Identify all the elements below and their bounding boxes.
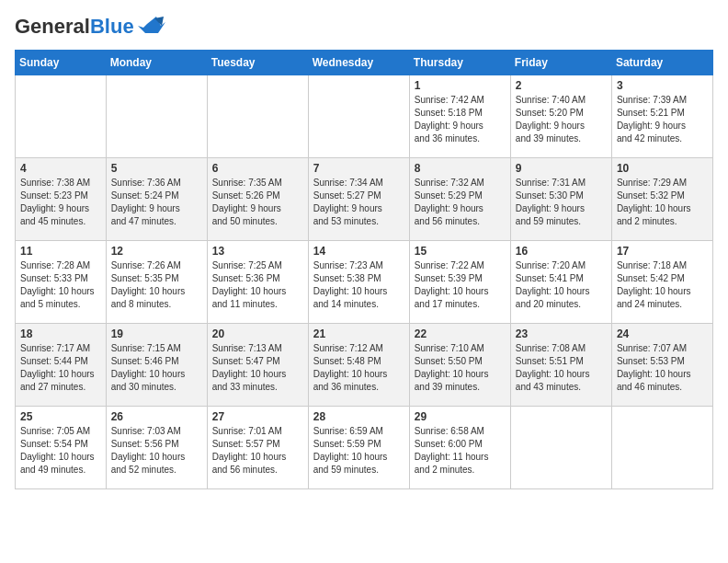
calendar-week-row: 4Sunrise: 7:38 AM Sunset: 5:23 PM Daylig… <box>16 158 713 241</box>
calendar-cell: 15Sunrise: 7:22 AM Sunset: 5:39 PM Dayli… <box>409 241 510 324</box>
calendar-cell: 20Sunrise: 7:13 AM Sunset: 5:47 PM Dayli… <box>207 324 308 407</box>
day-number: 8 <box>415 162 506 175</box>
day-info: Sunrise: 7:34 AM Sunset: 5:27 PM Dayligh… <box>313 177 404 228</box>
day-number: 23 <box>516 327 607 340</box>
calendar-cell: 26Sunrise: 7:03 AM Sunset: 5:56 PM Dayli… <box>106 407 207 489</box>
day-number: 1 <box>415 79 506 92</box>
calendar-cell: 6Sunrise: 7:35 AM Sunset: 5:26 PM Daylig… <box>207 158 308 241</box>
day-info: Sunrise: 7:05 AM Sunset: 5:54 PM Dayligh… <box>20 425 101 477</box>
col-header-wednesday: Wednesday <box>308 51 409 75</box>
day-number: 24 <box>617 327 708 340</box>
calendar-header-row: SundayMondayTuesdayWednesdayThursdayFrid… <box>16 51 713 75</box>
calendar-cell: 7Sunrise: 7:34 AM Sunset: 5:27 PM Daylig… <box>308 158 409 241</box>
calendar-cell: 28Sunrise: 6:59 AM Sunset: 5:59 PM Dayli… <box>308 407 409 489</box>
day-info: Sunrise: 7:25 AM Sunset: 5:36 PM Dayligh… <box>212 259 303 311</box>
calendar-cell: 22Sunrise: 7:10 AM Sunset: 5:50 PM Dayli… <box>409 324 510 407</box>
day-info: Sunrise: 7:12 AM Sunset: 5:48 PM Dayligh… <box>313 342 404 394</box>
calendar-cell: 29Sunrise: 6:58 AM Sunset: 6:00 PM Dayli… <box>409 407 510 489</box>
calendar-week-row: 25Sunrise: 7:05 AM Sunset: 5:54 PM Dayli… <box>16 407 713 489</box>
day-number: 18 <box>20 327 101 340</box>
page-header: GeneralBlue <box>15 15 713 39</box>
col-header-friday: Friday <box>510 51 611 75</box>
day-number: 22 <box>415 327 506 340</box>
calendar-cell: 23Sunrise: 7:08 AM Sunset: 5:51 PM Dayli… <box>510 324 611 407</box>
calendar-cell: 12Sunrise: 7:26 AM Sunset: 5:35 PM Dayli… <box>106 241 207 324</box>
day-info: Sunrise: 7:07 AM Sunset: 5:53 PM Dayligh… <box>617 342 708 394</box>
day-info: Sunrise: 7:31 AM Sunset: 5:30 PM Dayligh… <box>516 177 607 228</box>
day-number: 16 <box>516 245 607 258</box>
day-info: Sunrise: 7:23 AM Sunset: 5:38 PM Dayligh… <box>313 259 404 311</box>
calendar-cell <box>510 407 611 489</box>
day-info: Sunrise: 7:29 AM Sunset: 5:32 PM Dayligh… <box>617 177 708 228</box>
day-info: Sunrise: 7:40 AM Sunset: 5:20 PM Dayligh… <box>516 94 607 145</box>
day-info: Sunrise: 7:38 AM Sunset: 5:23 PM Dayligh… <box>20 177 101 228</box>
calendar-table: SundayMondayTuesdayWednesdayThursdayFrid… <box>15 50 713 489</box>
calendar-cell: 18Sunrise: 7:17 AM Sunset: 5:44 PM Dayli… <box>16 324 107 407</box>
day-info: Sunrise: 7:10 AM Sunset: 5:50 PM Dayligh… <box>415 342 506 394</box>
day-number: 13 <box>212 245 303 258</box>
calendar-cell: 14Sunrise: 7:23 AM Sunset: 5:38 PM Dayli… <box>308 241 409 324</box>
day-number: 25 <box>20 410 101 423</box>
day-number: 6 <box>212 162 303 175</box>
calendar-cell: 11Sunrise: 7:28 AM Sunset: 5:33 PM Dayli… <box>16 241 107 324</box>
calendar-cell: 4Sunrise: 7:38 AM Sunset: 5:23 PM Daylig… <box>16 158 107 241</box>
calendar-cell: 8Sunrise: 7:32 AM Sunset: 5:29 PM Daylig… <box>409 158 510 241</box>
calendar-cell: 17Sunrise: 7:18 AM Sunset: 5:42 PM Dayli… <box>611 241 712 324</box>
day-number: 12 <box>111 245 202 258</box>
day-number: 5 <box>111 162 202 175</box>
day-info: Sunrise: 7:26 AM Sunset: 5:35 PM Dayligh… <box>111 259 202 311</box>
col-header-thursday: Thursday <box>409 51 510 75</box>
calendar-cell: 19Sunrise: 7:15 AM Sunset: 5:46 PM Dayli… <box>106 324 207 407</box>
day-number: 4 <box>20 162 101 175</box>
calendar-cell <box>308 75 409 158</box>
day-info: Sunrise: 6:58 AM Sunset: 6:00 PM Dayligh… <box>415 425 506 477</box>
col-header-sunday: Sunday <box>16 51 107 75</box>
day-number: 27 <box>212 410 303 423</box>
day-number: 15 <box>415 245 506 258</box>
calendar-cell: 10Sunrise: 7:29 AM Sunset: 5:32 PM Dayli… <box>611 158 712 241</box>
day-info: Sunrise: 7:36 AM Sunset: 5:24 PM Dayligh… <box>111 177 202 228</box>
calendar-cell: 13Sunrise: 7:25 AM Sunset: 5:36 PM Dayli… <box>207 241 308 324</box>
col-header-tuesday: Tuesday <box>207 51 308 75</box>
logo-text: GeneralBlue <box>15 15 134 39</box>
day-number: 3 <box>617 79 708 92</box>
calendar-cell: 3Sunrise: 7:39 AM Sunset: 5:21 PM Daylig… <box>611 75 712 158</box>
calendar-cell <box>106 75 207 158</box>
calendar-cell: 25Sunrise: 7:05 AM Sunset: 5:54 PM Dayli… <box>16 407 107 489</box>
day-number: 28 <box>313 410 404 423</box>
day-info: Sunrise: 7:08 AM Sunset: 5:51 PM Dayligh… <box>516 342 607 394</box>
day-info: Sunrise: 7:18 AM Sunset: 5:42 PM Dayligh… <box>617 259 708 311</box>
day-info: Sunrise: 7:32 AM Sunset: 5:29 PM Dayligh… <box>415 177 506 228</box>
day-info: Sunrise: 7:17 AM Sunset: 5:44 PM Dayligh… <box>20 342 101 394</box>
day-info: Sunrise: 7:35 AM Sunset: 5:26 PM Dayligh… <box>212 177 303 228</box>
day-number: 21 <box>313 327 404 340</box>
col-header-saturday: Saturday <box>611 51 712 75</box>
day-number: 14 <box>313 245 404 258</box>
logo: GeneralBlue <box>15 15 165 39</box>
col-header-monday: Monday <box>106 51 207 75</box>
day-info: Sunrise: 7:15 AM Sunset: 5:46 PM Dayligh… <box>111 342 202 394</box>
calendar-cell <box>611 407 712 489</box>
day-number: 29 <box>415 410 506 423</box>
calendar-week-row: 11Sunrise: 7:28 AM Sunset: 5:33 PM Dayli… <box>16 241 713 324</box>
calendar-cell <box>16 75 107 158</box>
day-info: Sunrise: 7:03 AM Sunset: 5:56 PM Dayligh… <box>111 425 202 477</box>
calendar-cell <box>207 75 308 158</box>
day-info: Sunrise: 7:22 AM Sunset: 5:39 PM Dayligh… <box>415 259 506 311</box>
calendar-cell: 5Sunrise: 7:36 AM Sunset: 5:24 PM Daylig… <box>106 158 207 241</box>
calendar-cell: 1Sunrise: 7:42 AM Sunset: 5:18 PM Daylig… <box>409 75 510 158</box>
day-info: Sunrise: 7:01 AM Sunset: 5:57 PM Dayligh… <box>212 425 303 477</box>
day-number: 2 <box>516 79 607 92</box>
calendar-cell: 21Sunrise: 7:12 AM Sunset: 5:48 PM Dayli… <box>308 324 409 407</box>
day-number: 11 <box>20 245 101 258</box>
day-info: Sunrise: 7:42 AM Sunset: 5:18 PM Dayligh… <box>415 94 506 145</box>
day-number: 19 <box>111 327 202 340</box>
calendar-cell: 9Sunrise: 7:31 AM Sunset: 5:30 PM Daylig… <box>510 158 611 241</box>
day-number: 26 <box>111 410 202 423</box>
calendar-week-row: 18Sunrise: 7:17 AM Sunset: 5:44 PM Dayli… <box>16 324 713 407</box>
calendar-week-row: 1Sunrise: 7:42 AM Sunset: 5:18 PM Daylig… <box>16 75 713 158</box>
day-number: 17 <box>617 245 708 258</box>
day-number: 20 <box>212 327 303 340</box>
day-number: 7 <box>313 162 404 175</box>
day-info: Sunrise: 7:39 AM Sunset: 5:21 PM Dayligh… <box>617 94 708 145</box>
